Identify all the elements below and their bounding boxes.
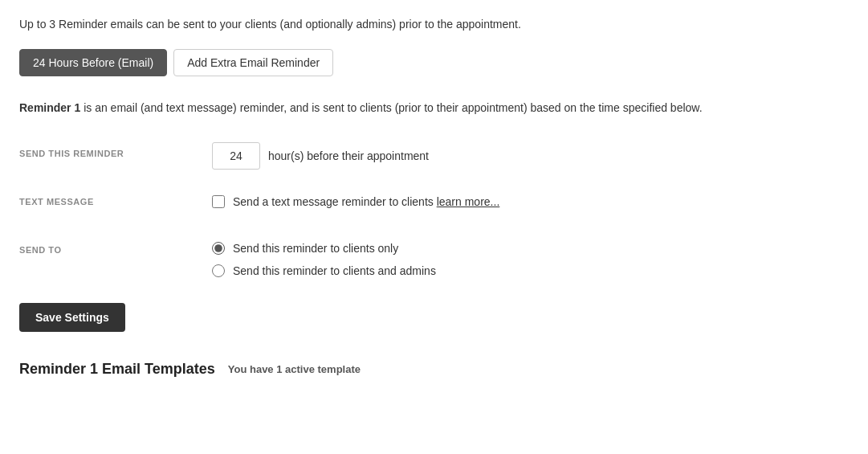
reminder-bold: Reminder 1 bbox=[19, 101, 80, 114]
text-message-checkbox-row: Send a text message reminder to clients … bbox=[212, 190, 499, 208]
text-message-label: TEXT MESSAGE bbox=[19, 190, 212, 207]
templates-title: Reminder 1 Email Templates bbox=[19, 361, 215, 378]
reminder-description: Reminder 1 is an email (and text message… bbox=[19, 99, 849, 117]
text-message-row: TEXT MESSAGE Send a text message reminde… bbox=[19, 190, 849, 219]
tab-buttons-group: 24 Hours Before (Email) Add Extra Email … bbox=[19, 49, 849, 76]
send-to-control: Send this reminder to clients only Send … bbox=[212, 239, 849, 277]
send-this-reminder-control: hour(s) before their appointment bbox=[212, 142, 849, 170]
intro-text: Up to 3 Reminder emails can be sent to y… bbox=[19, 16, 849, 33]
save-settings-button[interactable]: Save Settings bbox=[19, 303, 125, 332]
send-to-clients-admins-row: Send this reminder to clients and admins bbox=[212, 264, 436, 277]
templates-section: Reminder 1 Email Templates You have 1 ac… bbox=[19, 361, 849, 378]
hours-input[interactable] bbox=[212, 142, 260, 170]
radio-clients-admins-label: Send this reminder to clients and admins bbox=[233, 264, 436, 277]
send-this-reminder-label: SEND THIS REMINDER bbox=[19, 142, 212, 158]
text-message-checkbox-label: Send a text message reminder to clients … bbox=[233, 195, 499, 208]
radio-clients-only[interactable] bbox=[212, 242, 225, 255]
send-this-reminder-row: SEND THIS REMINDER hour(s) before their … bbox=[19, 142, 849, 171]
send-to-clients-only-row: Send this reminder to clients only bbox=[212, 242, 436, 255]
radio-clients-admins[interactable] bbox=[212, 264, 225, 277]
send-to-label: SEND TO bbox=[19, 239, 212, 255]
text-message-control: Send a text message reminder to clients … bbox=[212, 190, 849, 208]
send-to-row: SEND TO Send this reminder to clients on… bbox=[19, 239, 849, 277]
form-section: SEND THIS REMINDER hour(s) before their … bbox=[19, 142, 849, 277]
reminder-rest: is an email (and text message) reminder,… bbox=[80, 101, 702, 114]
hours-row: hour(s) before their appointment bbox=[212, 142, 429, 170]
send-to-radio-group: Send this reminder to clients only Send … bbox=[212, 239, 436, 277]
radio-clients-only-label: Send this reminder to clients only bbox=[233, 242, 398, 255]
tab-add-extra[interactable]: Add Extra Email Reminder bbox=[173, 49, 333, 76]
learn-more-link[interactable]: learn more... bbox=[437, 195, 500, 208]
hours-label: hour(s) before their appointment bbox=[268, 149, 429, 162]
tab-active[interactable]: 24 Hours Before (Email) bbox=[19, 49, 167, 76]
text-message-text: Send a text message reminder to clients bbox=[233, 195, 434, 208]
text-message-checkbox[interactable] bbox=[212, 195, 225, 208]
templates-badge: You have 1 active template bbox=[228, 363, 361, 375]
